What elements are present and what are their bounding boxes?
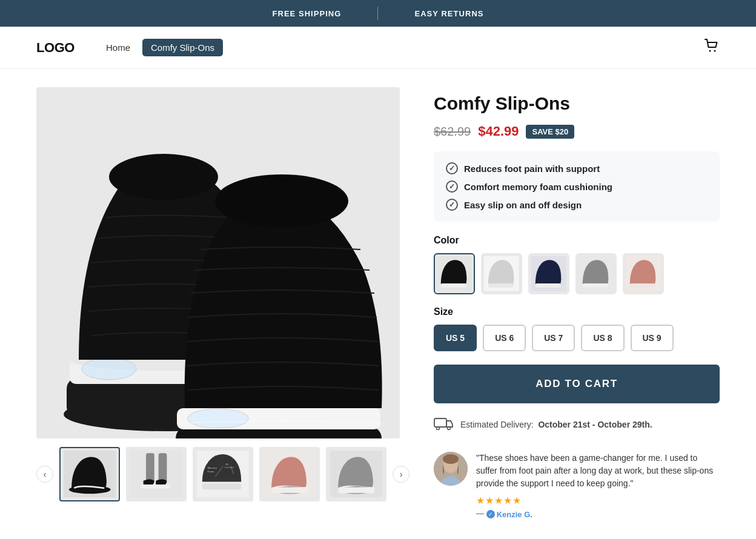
top-banner: FREE SHIPPING EASY RETURNS [0, 0, 756, 27]
delivery-dates: October 21st - October 29th. [538, 420, 652, 429]
svg-point-1 [714, 50, 716, 51]
delivery-text: Estimated Delivery: October 21st - Octob… [460, 420, 652, 429]
delivery-truck-icon [434, 414, 453, 435]
feature-1: ✓ Reduces foot pain with support [446, 162, 708, 174]
svg-point-8 [109, 154, 218, 200]
feature-check-1: ✓ [446, 162, 458, 174]
prev-thumbnail-button[interactable]: ‹ [36, 466, 53, 483]
feature-text-2: Comfort memory foam cushioning [464, 182, 612, 192]
stars-row: ★ ★ ★ ★ ★ [476, 495, 720, 509]
nav-links: Home Comfy Slip-Ons [99, 39, 704, 56]
svg-text:Foam: Foam [207, 470, 214, 473]
size-us7[interactable]: US 7 [532, 325, 575, 351]
add-to-cart-button[interactable]: ADD TO CART [434, 365, 720, 403]
color-swatch-black[interactable] [434, 253, 475, 294]
color-label: Color [434, 235, 720, 246]
navigation: LOGO Home Comfy Slip-Ons [0, 27, 756, 69]
thumbnail-1[interactable] [59, 447, 120, 501]
size-us5[interactable]: US 5 [434, 325, 477, 351]
main-product-image [36, 87, 400, 438]
star-3: ★ [494, 495, 503, 506]
nav-link-comfy-slip-ons[interactable]: Comfy Slip-Ons [142, 39, 223, 56]
star-2: ★ [485, 495, 494, 506]
nav-link-home[interactable]: Home [99, 39, 138, 56]
star-4: ★ [503, 495, 512, 506]
review-text: "These shoes have been a game-changer fo… [476, 452, 720, 490]
reviewer-avatar [434, 452, 468, 486]
thumbnail-5[interactable] [326, 447, 386, 501]
thumbnails-list: Memory Foam Air Cushion [59, 447, 386, 501]
original-price: $62.99 [434, 125, 471, 139]
svg-rect-45 [488, 283, 514, 288]
logo: LOGO [36, 40, 75, 56]
star-rating: ★ ★ ★ ★ ★ [476, 495, 521, 506]
thumbnail-2[interactable] [126, 447, 187, 501]
review-box: "These shoes have been a game-changer fo… [434, 447, 720, 519]
color-swatch-dark-navy[interactable] [528, 253, 569, 294]
svg-rect-47 [536, 283, 561, 288]
svg-point-20 [215, 174, 348, 228]
svg-rect-35 [202, 483, 241, 489]
svg-rect-52 [434, 418, 446, 427]
svg-point-0 [709, 50, 711, 51]
color-swatches [434, 253, 720, 294]
size-buttons: US 5 US 6 US 7 US 8 US 9 [434, 325, 720, 351]
svg-point-53 [437, 427, 440, 430]
size-us9[interactable]: US 9 [631, 325, 674, 351]
svg-text:Cushion: Cushion [225, 466, 234, 469]
svg-rect-24 [146, 454, 154, 482]
main-content: ‹ [0, 69, 756, 537]
banner-divider [377, 7, 378, 20]
price-row: $62.99 $42.99 SAVE $20 [434, 124, 720, 139]
size-label: Size [434, 306, 720, 317]
product-images: ‹ [36, 87, 409, 519]
star-5: ★ [512, 495, 521, 506]
product-title: Comfy Slip-Ons [434, 93, 720, 114]
verified-icon: ✓ [486, 510, 495, 518]
svg-rect-41 [338, 487, 374, 493]
svg-rect-27 [153, 484, 170, 489]
size-us8[interactable]: US 8 [581, 325, 624, 351]
svg-point-54 [448, 427, 451, 430]
svg-rect-43 [441, 283, 466, 288]
delivery-prefix: Estimated Delivery: [460, 420, 534, 429]
feature-text-1: Reduces foot pain with support [464, 164, 600, 174]
svg-rect-25 [158, 454, 167, 482]
size-us6[interactable]: US 6 [483, 325, 526, 351]
color-swatch-white[interactable] [481, 253, 522, 294]
svg-text:Memory: Memory [207, 466, 217, 469]
feature-text-3: Easy slip on and off design [464, 200, 582, 210]
reviewer-name: — ✓ Kenzie G. [476, 509, 720, 519]
color-swatch-gray[interactable] [575, 253, 617, 294]
thumbnails-row: ‹ [36, 447, 409, 501]
feature-check-3: ✓ [446, 199, 458, 211]
svg-point-57 [443, 454, 459, 464]
color-swatch-pink[interactable] [623, 253, 664, 294]
svg-rect-49 [583, 283, 608, 288]
svg-rect-38 [271, 487, 308, 493]
delivery-row: Estimated Delivery: October 21st - Octob… [434, 414, 720, 435]
svg-rect-51 [630, 283, 655, 288]
verified-badge: ✓ Kenzie G. [486, 510, 532, 519]
feature-3: ✓ Easy slip on and off design [446, 199, 708, 211]
product-info: Comfy Slip-Ons $62.99 $42.99 SAVE $20 ✓ … [434, 87, 720, 519]
next-thumbnail-button[interactable]: › [393, 466, 409, 483]
sale-price: $42.99 [478, 124, 519, 139]
svg-point-19 [188, 409, 248, 428]
reviewer-name-text: Kenzie G. [497, 510, 532, 519]
svg-text:Air: Air [225, 463, 229, 466]
svg-point-7 [82, 358, 136, 380]
size-section: Size US 5 US 6 US 7 US 8 US 9 [434, 306, 720, 351]
color-section: Color [434, 235, 720, 294]
banner-easy-returns: EASY RETURNS [414, 9, 483, 18]
svg-rect-23 [130, 451, 182, 497]
save-badge: SAVE $20 [526, 125, 574, 139]
feature-check-2: ✓ [446, 180, 458, 193]
cart-icon[interactable] [704, 38, 720, 58]
banner-free-shipping: FREE SHIPPING [272, 9, 341, 18]
thumbnail-4[interactable] [259, 447, 320, 501]
review-content: "These shoes have been a game-changer fo… [476, 452, 720, 519]
thumbnail-3[interactable]: Memory Foam Air Cushion [193, 447, 253, 501]
star-1: ★ [476, 495, 485, 506]
feature-2: ✓ Comfort memory foam cushioning [446, 180, 708, 193]
